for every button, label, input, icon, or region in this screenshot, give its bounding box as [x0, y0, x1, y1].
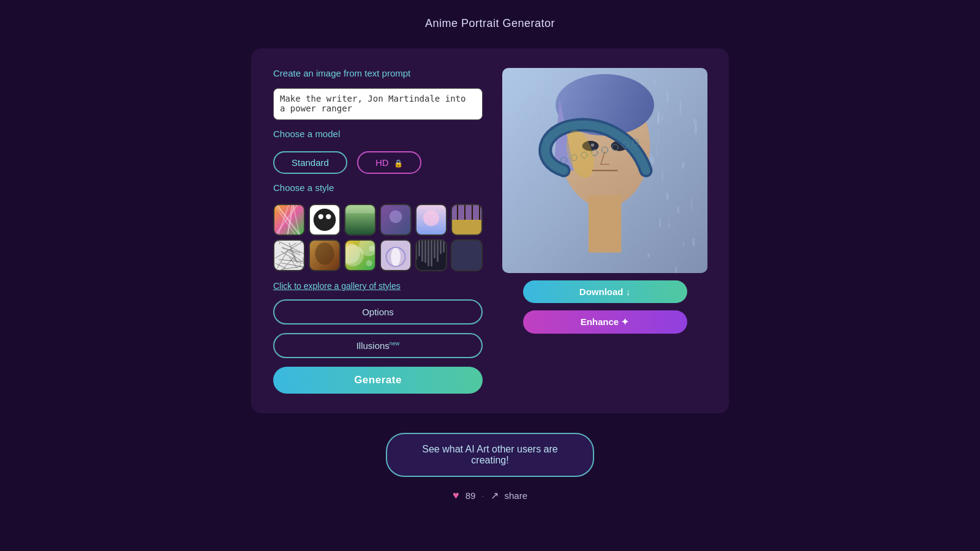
like-icon[interactable]: ♥	[453, 489, 459, 502]
style-thumb[interactable]	[415, 239, 447, 271]
bottom-section: See what AI Art other users are creating…	[0, 433, 980, 502]
prompt-input[interactable]	[273, 88, 483, 120]
model-section-label: Choose a model	[273, 129, 483, 139]
enhance-button[interactable]: Enhance ✦	[523, 310, 687, 334]
share-icon[interactable]: ↗	[491, 490, 499, 501]
style-section-label: Choose a style	[273, 182, 483, 193]
style-thumb[interactable]	[451, 204, 483, 236]
model-hd-button[interactable]: HD 🔒	[357, 151, 421, 174]
style-thumb[interactable]	[380, 239, 412, 271]
left-panel: Create an image from text prompt Choose …	[273, 68, 483, 394]
style-thumb[interactable]	[344, 239, 376, 271]
dot-separator: ·	[481, 490, 484, 501]
style-grid	[273, 204, 483, 271]
style-thumb[interactable]	[451, 239, 483, 271]
main-card: Create an image from text prompt Choose …	[251, 48, 729, 413]
style-thumb[interactable]	[344, 204, 376, 236]
download-button[interactable]: Download ↓	[523, 280, 687, 303]
right-panel: Download ↓ Enhance ✦	[502, 68, 707, 394]
style-thumb[interactable]	[380, 204, 412, 236]
style-thumb[interactable]	[309, 239, 341, 271]
lock-icon: 🔒	[394, 159, 403, 168]
style-thumb[interactable]	[415, 204, 447, 236]
model-standard-button[interactable]: Standard	[273, 151, 347, 174]
style-thumb[interactable]	[273, 239, 305, 271]
social-row: ♥ 89 · ↗ share	[453, 489, 527, 502]
generated-image	[502, 68, 707, 273]
share-label[interactable]: share	[505, 490, 528, 501]
options-button[interactable]: Options	[273, 299, 483, 324]
illusions-button[interactable]: Illusionsnew	[273, 333, 483, 358]
style-thumb[interactable]	[309, 204, 341, 236]
community-button[interactable]: See what AI Art other users are creating…	[386, 433, 594, 477]
like-count: 89	[466, 490, 476, 501]
model-selector: Standard HD 🔒	[273, 151, 483, 174]
page-title: Anime Portrait Generator	[425, 0, 555, 42]
gallery-link[interactable]: Click to explore a gallery of styles	[273, 281, 483, 291]
generate-button[interactable]: Generate	[273, 367, 483, 394]
prompt-section-label: Create an image from text prompt	[273, 68, 483, 78]
style-thumb[interactable]	[273, 204, 305, 236]
